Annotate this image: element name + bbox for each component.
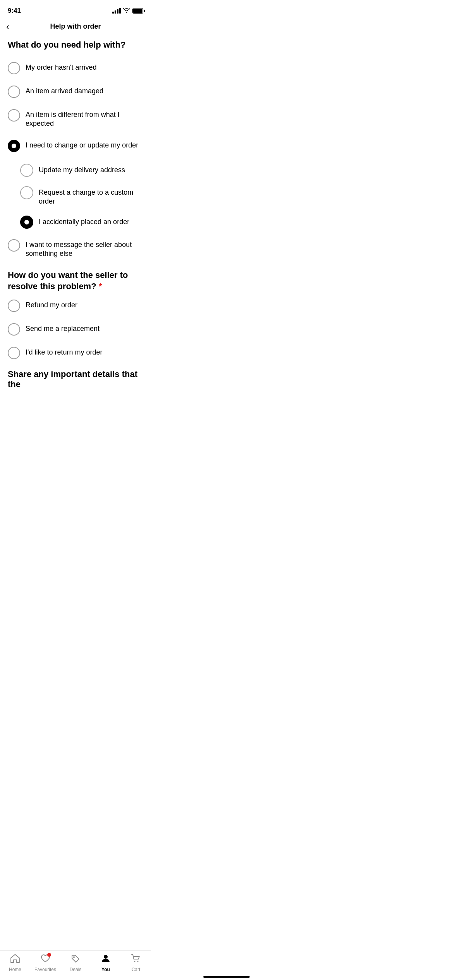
status-bar: 9:41 — [0, 0, 151, 19]
option-message-seller-label: I want to message the seller about somet… — [26, 239, 143, 259]
battery-icon — [132, 8, 143, 14]
radio-item-damaged[interactable] — [8, 86, 20, 98]
resolution-replacement-label: Send me a replacement — [26, 323, 143, 333]
wifi-icon — [123, 8, 130, 14]
section-heading: What do you need help with? — [8, 35, 143, 56]
sub-option-accidental-order-label: I accidentally placed an order — [39, 216, 143, 226]
radio-not-arrived[interactable] — [8, 62, 20, 74]
option-change-update[interactable]: I need to change or update my order — [8, 134, 143, 158]
scroll-content: What do you need help with? My order has… — [0, 35, 151, 430]
option-item-damaged[interactable]: An item arrived damaged — [8, 80, 143, 103]
resolution-return-label: I'd like to return my order — [26, 346, 143, 357]
resolution-heading: How do you want the seller to resolve th… — [8, 270, 143, 292]
radio-custom-order[interactable] — [20, 186, 33, 199]
radio-replacement[interactable] — [8, 323, 20, 336]
back-button[interactable]: ‹ — [6, 21, 9, 32]
radio-return[interactable] — [8, 347, 20, 359]
resolution-return[interactable]: I'd like to return my order — [8, 341, 143, 365]
option-not-arrived-label: My order hasn't arrived — [26, 62, 143, 72]
sub-option-update-address[interactable]: Update my delivery address — [20, 159, 143, 182]
sub-option-custom-order-label: Request a change to a custom order — [39, 186, 143, 206]
option-item-damaged-label: An item arrived damaged — [26, 85, 143, 96]
radio-refund[interactable] — [8, 300, 20, 312]
resolution-replacement[interactable]: Send me a replacement — [8, 317, 143, 341]
sub-options-container: Update my delivery address Request a cha… — [8, 159, 143, 233]
signal-icon — [112, 8, 121, 14]
option-message-seller[interactable]: I want to message the seller about somet… — [8, 233, 143, 264]
radio-item-different[interactable] — [8, 109, 20, 122]
header: ‹ Help with order — [0, 19, 151, 35]
status-time: 9:41 — [8, 7, 21, 15]
resolution-heading-text: How do you want the seller to resolve th… — [8, 270, 128, 291]
radio-accidental-order[interactable] — [20, 216, 33, 229]
option-item-different[interactable]: An item is different from what I expecte… — [8, 103, 143, 134]
sub-option-update-address-label: Update my delivery address — [39, 164, 143, 175]
option-change-update-label: I need to change or update my order — [26, 139, 143, 150]
resolution-refund-label: Refund my order — [26, 299, 143, 310]
status-icons — [112, 8, 143, 14]
required-asterisk: * — [99, 281, 102, 291]
option-item-different-label: An item is different from what I expecte… — [26, 109, 143, 128]
sub-option-accidental-order[interactable]: I accidentally placed an order — [20, 211, 143, 233]
sub-option-custom-order[interactable]: Request a change to a custom order — [20, 182, 143, 211]
option-not-arrived[interactable]: My order hasn't arrived — [8, 56, 143, 80]
page-title: Help with order — [50, 22, 101, 31]
partial-heading: Share any important details that the — [8, 365, 143, 391]
radio-message-seller[interactable] — [8, 239, 20, 252]
resolution-refund[interactable]: Refund my order — [8, 294, 143, 317]
radio-change-update[interactable] — [8, 140, 20, 152]
resolution-section: How do you want the seller to resolve th… — [8, 270, 143, 364]
radio-update-address[interactable] — [20, 164, 33, 177]
